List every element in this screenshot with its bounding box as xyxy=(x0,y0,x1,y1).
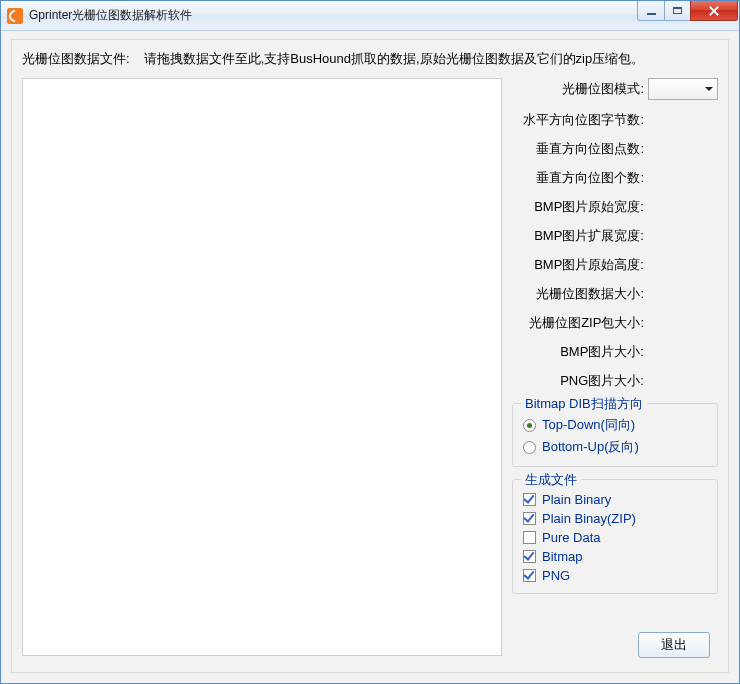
scan-direction-group: Bitmap DIB扫描方向 Top-Down(同向) Bottom-Up(反向… xyxy=(512,403,718,467)
param-row: 垂直方向位图点数: xyxy=(512,140,718,158)
file-hint-row: 光栅位图数据文件: 请拖拽数据文件至此,支持BusHound抓取的数据,原始光栅… xyxy=(22,50,718,68)
maximize-icon xyxy=(673,7,682,14)
checkbox-label: Bitmap xyxy=(542,549,582,564)
param-value xyxy=(648,314,718,332)
scan-direction-legend: Bitmap DIB扫描方向 xyxy=(521,395,647,413)
checkbox-icon xyxy=(523,493,536,506)
radio-icon xyxy=(523,419,536,432)
file-label: 光栅位图数据文件: xyxy=(22,50,130,68)
param-row: 垂直方向位图个数: xyxy=(512,169,718,187)
window-controls xyxy=(638,1,739,21)
checkbox-plain-binary-zip[interactable]: Plain Binay(ZIP) xyxy=(523,511,707,526)
generate-files-legend: 生成文件 xyxy=(521,471,581,489)
param-label: BMP图片原始高度: xyxy=(512,256,648,274)
titlebar[interactable]: Gprinter光栅位图数据解析软件 xyxy=(1,1,739,31)
drop-area[interactable] xyxy=(22,78,502,656)
param-row: 光栅位图ZIP包大小: xyxy=(512,314,718,332)
file-hint: 请拖拽数据文件至此,支持BusHound抓取的数据,原始光栅位图数据及它们的zi… xyxy=(144,50,645,68)
param-value xyxy=(648,343,718,361)
param-row: 光栅位图数据大小: xyxy=(512,285,718,303)
mode-combobox[interactable] xyxy=(648,78,718,100)
radio-top-down[interactable]: Top-Down(同向) xyxy=(523,416,707,434)
inner-panel: 光栅位图数据文件: 请拖拽数据文件至此,支持BusHound抓取的数据,原始光栅… xyxy=(11,39,729,673)
param-value xyxy=(648,285,718,303)
checkbox-plain-binary[interactable]: Plain Binary xyxy=(523,492,707,507)
checkbox-icon xyxy=(523,569,536,582)
exit-button-label: 退出 xyxy=(661,636,687,654)
checkbox-pure-data[interactable]: Pure Data xyxy=(523,530,707,545)
radio-label: Bottom-Up(反向) xyxy=(542,438,639,456)
checkbox-label: PNG xyxy=(542,568,570,583)
checkbox-icon xyxy=(523,531,536,544)
chevron-down-icon xyxy=(705,87,713,91)
param-label: 水平方向位图字节数: xyxy=(512,111,648,129)
param-row-mode: 光栅位图模式: xyxy=(512,78,718,100)
param-row: BMP图片扩展宽度: xyxy=(512,227,718,245)
param-value xyxy=(648,256,718,274)
param-value xyxy=(648,140,718,158)
checkbox-icon xyxy=(523,512,536,525)
param-value xyxy=(648,198,718,216)
param-row: BMP图片原始宽度: xyxy=(512,198,718,216)
param-value xyxy=(648,169,718,187)
body-row: 光栅位图模式: 水平方向位图字节数: 垂直方向位图点数: xyxy=(22,78,718,658)
checkbox-label: Plain Binay(ZIP) xyxy=(542,511,636,526)
param-row: BMP图片原始高度: xyxy=(512,256,718,274)
param-label: 光栅位图数据大小: xyxy=(512,285,648,303)
param-label: BMP图片扩展宽度: xyxy=(512,227,648,245)
param-label: 光栅位图ZIP包大小: xyxy=(512,314,648,332)
minimize-button[interactable] xyxy=(637,1,665,21)
radio-icon xyxy=(523,441,536,454)
side-panel: 光栅位图模式: 水平方向位图字节数: 垂直方向位图点数: xyxy=(502,78,718,658)
radio-bottom-up[interactable]: Bottom-Up(反向) xyxy=(523,438,707,456)
close-icon xyxy=(708,6,720,16)
minimize-icon xyxy=(647,13,656,15)
radio-label: Top-Down(同向) xyxy=(542,416,635,434)
checkbox-label: Pure Data xyxy=(542,530,601,545)
app-icon xyxy=(7,8,23,24)
param-value xyxy=(648,227,718,245)
param-row: PNG图片大小: xyxy=(512,372,718,390)
checkbox-label: Plain Binary xyxy=(542,492,611,507)
checkbox-icon xyxy=(523,550,536,563)
param-label: 光栅位图模式: xyxy=(512,80,648,98)
param-label: 垂直方向位图个数: xyxy=(512,169,648,187)
param-row: BMP图片大小: xyxy=(512,343,718,361)
window-title: Gprinter光栅位图数据解析软件 xyxy=(29,7,638,24)
maximize-button[interactable] xyxy=(664,1,691,21)
checkbox-png[interactable]: PNG xyxy=(523,568,707,583)
checkbox-bitmap[interactable]: Bitmap xyxy=(523,549,707,564)
client-area: 光栅位图数据文件: 请拖拽数据文件至此,支持BusHound抓取的数据,原始光栅… xyxy=(1,31,739,683)
generate-files-group: 生成文件 Plain Binary Plain Binay(ZIP) Pure … xyxy=(512,479,718,594)
param-row: 水平方向位图字节数: xyxy=(512,111,718,129)
main-window: Gprinter光栅位图数据解析软件 光栅位图数据文件: 请拖拽数据文件至此,支… xyxy=(0,0,740,684)
close-button[interactable] xyxy=(690,1,738,21)
param-label: BMP图片大小: xyxy=(512,343,648,361)
param-label: BMP图片原始宽度: xyxy=(512,198,648,216)
param-value xyxy=(648,372,718,390)
param-label: 垂直方向位图点数: xyxy=(512,140,648,158)
param-value xyxy=(648,111,718,129)
exit-button[interactable]: 退出 xyxy=(638,632,710,658)
param-label: PNG图片大小: xyxy=(512,372,648,390)
